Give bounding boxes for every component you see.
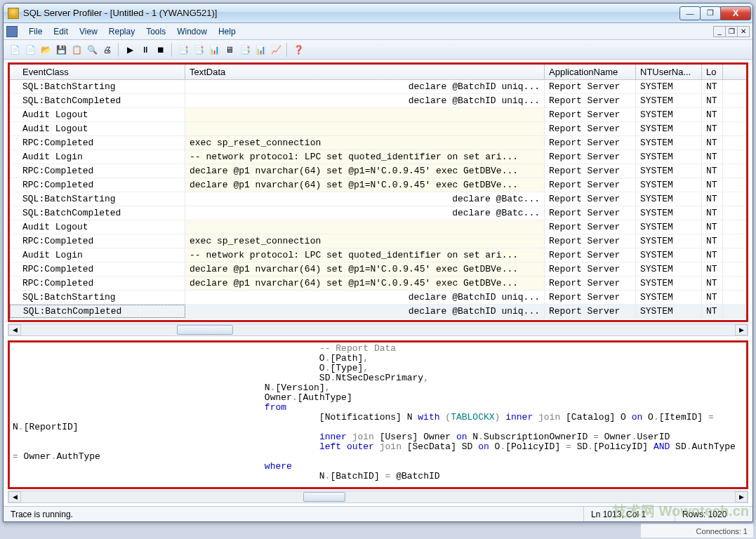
minimize-button[interactable]: — bbox=[679, 6, 701, 20]
sql-line: [Notifications] N with (TABLOCKX) inner … bbox=[13, 413, 743, 422]
grid-horizontal-scrollbar[interactable]: ◀ ▶ bbox=[8, 324, 748, 336]
mdi-close-button[interactable]: ✕ bbox=[737, 26, 750, 37]
cell bbox=[185, 122, 545, 135]
scroll-left-arrow-icon[interactable]: ◀ bbox=[8, 324, 21, 335]
menu-edit[interactable]: Edit bbox=[48, 25, 74, 38]
cell: SYSTEM bbox=[636, 108, 702, 121]
cell: Report Server bbox=[545, 164, 636, 178]
sql-line: Owner.[AuthType] bbox=[13, 393, 743, 403]
toolbar-button-6[interactable]: 🖨 bbox=[100, 43, 114, 57]
cell: NT bbox=[702, 305, 723, 318]
menu-tools[interactable]: Tools bbox=[140, 25, 171, 38]
trace-grid[interactable]: EventClassTextDataApplicationNameNTUserN… bbox=[10, 65, 746, 320]
scroll-left-arrow-icon[interactable]: ◀ bbox=[8, 491, 21, 503]
cell: RPC:Completed bbox=[10, 136, 185, 149]
toolbar-button-10[interactable]: ⏹ bbox=[154, 43, 168, 57]
table-row[interactable]: SQL:BatchCompleteddeclare @BatchID uniq.… bbox=[10, 305, 746, 319]
app-icon bbox=[8, 8, 19, 19]
detail-horizontal-scrollbar[interactable]: ◀ ▶ bbox=[8, 491, 748, 503]
toolbar-button-0[interactable]: 📄 bbox=[8, 43, 22, 57]
table-row[interactable]: RPC:Completedexec sp_reset_connectionRep… bbox=[10, 234, 746, 248]
cell: Audit Login bbox=[10, 150, 185, 164]
cell: Audit Logout bbox=[10, 220, 185, 234]
sql-line: = Owner.AuthType bbox=[13, 452, 743, 462]
cell: SQL:BatchCompleted bbox=[10, 206, 185, 220]
cell: NT bbox=[702, 277, 723, 290]
column-header-event[interactable]: EventClass bbox=[10, 65, 185, 79]
cell: Report Server bbox=[545, 108, 636, 121]
menu-file[interactable]: File bbox=[23, 25, 48, 38]
toolbar: 📄📄📂💾📋🔍🖨▶⏸⏹📑📑📊🖥📑📊📈❓ bbox=[4, 40, 752, 60]
cell: declare @p1 nvarchar(64) set @p1=N'C.0.9… bbox=[185, 164, 545, 178]
table-row[interactable]: SQL:BatchCompleteddeclare @BatchID uniq.… bbox=[10, 94, 746, 108]
table-row[interactable]: Audit LogoutReport ServerSYSTEMNT bbox=[10, 108, 746, 122]
toolbar-button-2[interactable]: 📂 bbox=[39, 43, 53, 57]
toolbar-button-14[interactable]: 📊 bbox=[207, 43, 221, 57]
mdi-minimize-button[interactable]: _ bbox=[713, 26, 726, 37]
connection-footer: Connections: 1 bbox=[641, 524, 753, 538]
table-row[interactable]: SQL:BatchCompleteddeclare @Batc...Report… bbox=[10, 206, 746, 220]
mdi-restore-button[interactable]: ❐ bbox=[725, 26, 738, 37]
scroll-thumb[interactable] bbox=[177, 325, 233, 335]
toolbar-button-5[interactable]: 🔍 bbox=[85, 43, 99, 57]
cell: SYSTEM bbox=[636, 248, 702, 262]
cell: exec sp_reset_connection bbox=[185, 136, 545, 149]
toolbar-button-8[interactable]: ▶ bbox=[123, 43, 137, 57]
toolbar-button-20[interactable]: ❓ bbox=[291, 43, 305, 57]
cell: NT bbox=[702, 136, 723, 149]
toolbar-separator bbox=[286, 43, 288, 57]
cell: SQL:BatchCompleted bbox=[10, 305, 185, 318]
toolbar-button-13[interactable]: 📑 bbox=[192, 43, 206, 57]
scroll-thumb[interactable] bbox=[303, 492, 345, 502]
table-row[interactable]: Audit Login-- network protocol: LPC set … bbox=[10, 150, 746, 164]
table-row[interactable]: RPC:Completeddeclare @p1 nvarchar(64) se… bbox=[10, 262, 746, 277]
titlebar[interactable]: SQL Server Profiler - [Untitled - 1 (YWA… bbox=[4, 4, 752, 23]
table-row[interactable]: Audit Login-- network protocol: LPC set … bbox=[10, 248, 746, 262]
menu-help[interactable]: Help bbox=[213, 25, 241, 38]
cell: SYSTEM bbox=[636, 234, 702, 248]
cell: declare @BatchID uniq... bbox=[185, 305, 545, 318]
column-header-user[interactable]: NTUserNa... bbox=[636, 65, 702, 79]
cell: NT bbox=[702, 122, 723, 135]
table-row[interactable]: RPC:Completeddeclare @p1 nvarchar(64) se… bbox=[10, 164, 746, 178]
cell: Report Server bbox=[545, 178, 636, 192]
sql-detail-pane[interactable]: -- Report Data O.[Path], O.[Type], bbox=[8, 340, 748, 489]
cell: SYSTEM bbox=[636, 305, 702, 318]
scroll-right-arrow-icon[interactable]: ▶ bbox=[735, 324, 748, 335]
toolbar-button-9[interactable]: ⏸ bbox=[138, 43, 152, 57]
table-row[interactable]: Audit LogoutReport ServerSYSTEMNT bbox=[10, 220, 746, 234]
sql-line: N.[BatchID] = @BatchID bbox=[13, 472, 743, 481]
maximize-button[interactable]: ❐ bbox=[700, 6, 721, 20]
cell: Audit Logout bbox=[10, 122, 185, 135]
toolbar-button-4[interactable]: 📋 bbox=[69, 43, 84, 57]
table-row[interactable]: SQL:BatchStartingdeclare @BatchID uniq..… bbox=[10, 291, 746, 305]
cell: SYSTEM bbox=[636, 94, 702, 107]
table-row[interactable]: RPC:Completeddeclare @p1 nvarchar(64) se… bbox=[10, 178, 746, 192]
column-header-log[interactable]: Lo bbox=[702, 65, 723, 79]
table-row[interactable]: SQL:BatchStartingdeclare @BatchID uniq..… bbox=[10, 80, 746, 94]
toolbar-button-15[interactable]: 🖥 bbox=[223, 43, 237, 57]
table-row[interactable]: Audit LogoutReport ServerSYSTEMNT bbox=[10, 122, 746, 136]
toolbar-button-17[interactable]: 📊 bbox=[253, 43, 267, 57]
table-row[interactable]: RPC:Completeddeclare @p1 nvarchar(64) se… bbox=[10, 277, 746, 291]
status-message: Trace is running. bbox=[4, 507, 584, 521]
toolbar-button-12[interactable]: 📑 bbox=[176, 43, 190, 57]
menu-replay[interactable]: Replay bbox=[103, 25, 140, 38]
sql-line: N.[ReportID] bbox=[13, 422, 743, 432]
column-header-text[interactable]: TextData bbox=[185, 65, 545, 79]
column-header-app[interactable]: ApplicationName bbox=[545, 65, 636, 79]
toolbar-button-16[interactable]: 📑 bbox=[238, 43, 252, 57]
cell: Report Server bbox=[545, 150, 636, 164]
toolbar-button-3[interactable]: 💾 bbox=[54, 43, 68, 57]
mdi-system-icon[interactable] bbox=[6, 26, 18, 37]
table-row[interactable]: SQL:BatchStartingdeclare @Batc...Report … bbox=[10, 192, 746, 206]
menu-view[interactable]: View bbox=[74, 25, 103, 38]
menu-window[interactable]: Window bbox=[171, 25, 213, 38]
toolbar-button-1[interactable]: 📄 bbox=[23, 43, 37, 57]
scroll-right-arrow-icon[interactable]: ▶ bbox=[735, 491, 748, 503]
cell: -- network protocol: LPC set quoted_iden… bbox=[185, 150, 545, 164]
toolbar-button-18[interactable]: 📈 bbox=[269, 43, 283, 57]
grid-header-row[interactable]: EventClassTextDataApplicationNameNTUserN… bbox=[10, 65, 746, 80]
close-button[interactable]: X bbox=[720, 6, 751, 20]
table-row[interactable]: RPC:Completedexec sp_reset_connectionRep… bbox=[10, 136, 746, 150]
